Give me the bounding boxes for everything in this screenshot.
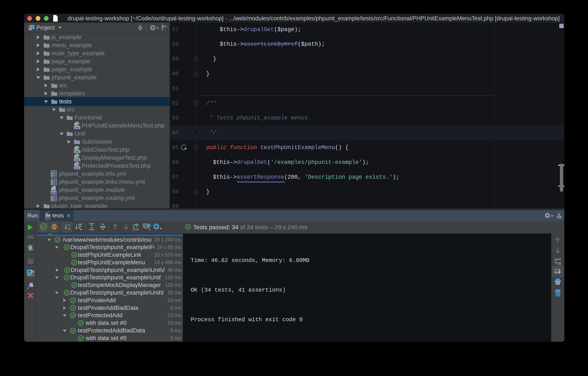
svg-text:z: z <box>68 227 70 230</box>
svg-text:a: a <box>68 223 70 227</box>
svg-text:!: ! <box>31 235 32 239</box>
svg-text:php: php <box>45 217 50 220</box>
